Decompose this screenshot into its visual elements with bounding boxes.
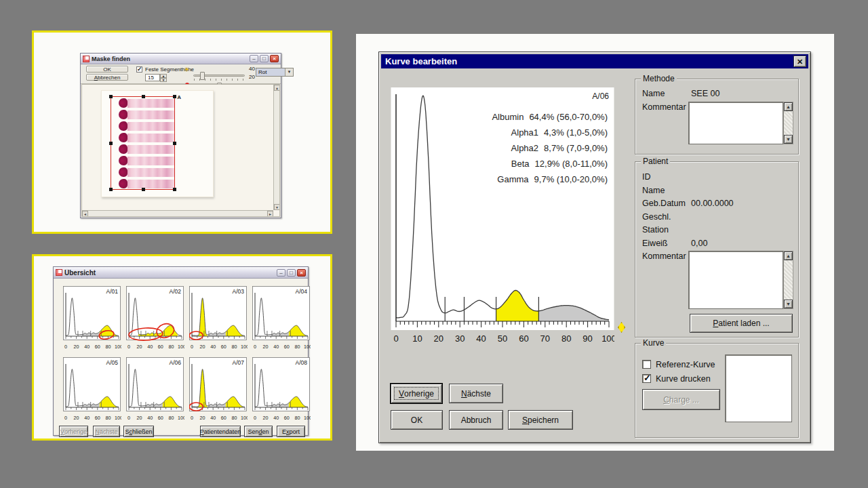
curve-thumbnail-a-02[interactable]: 020406080100A/02 <box>126 286 186 354</box>
scroll-up-icon[interactable]: ▲ <box>784 102 793 111</box>
svg-text:A/08: A/08 <box>296 359 308 366</box>
curve-thumbnail-a-08[interactable]: 020406080100A/08 <box>252 357 312 425</box>
spinner-arrows[interactable]: ▲▼ <box>160 74 167 81</box>
nchste-button[interactable]: Nächste <box>93 426 120 437</box>
svg-text:100: 100 <box>178 344 184 350</box>
selection-handle[interactable] <box>142 188 145 191</box>
minimize-icon[interactable]: – <box>277 269 285 277</box>
svg-text:0: 0 <box>254 344 256 350</box>
feste-segmenthoehe-checkbox[interactable] <box>136 66 142 73</box>
svg-text:80: 80 <box>168 344 174 350</box>
textarea-scrollbar[interactable]: ▲ ▼ <box>783 251 793 309</box>
scroll-down-icon[interactable]: ▼ <box>274 204 280 210</box>
minimize-icon[interactable]: – <box>250 55 258 62</box>
scroll-up-icon[interactable]: ▲ <box>784 251 793 260</box>
kurve-drucken-checkbox[interactable] <box>642 374 651 383</box>
fraction-name: Alpha2 <box>511 143 538 153</box>
fraction-row: Beta12,9% (8,0-11,0%) <box>492 156 608 171</box>
scan-view: A ▲ ▼ ◄ ► <box>81 84 280 217</box>
speichern-button[interactable]: Speichern <box>508 410 573 430</box>
selection-handle[interactable] <box>173 188 176 191</box>
textarea-scrollbar[interactable]: ▲ ▼ <box>783 102 793 144</box>
selection-handle[interactable] <box>109 95 113 98</box>
selection-handle[interactable] <box>109 142 113 145</box>
selection-rectangle[interactable]: A <box>111 96 175 190</box>
vorherige-button[interactable]: Vorherige <box>391 384 442 403</box>
referenz-kurve-checkbox[interactable] <box>642 360 651 369</box>
close-icon[interactable]: ✕ <box>793 56 806 67</box>
curve-thumbnail-a-04[interactable]: 020406080100A/04 <box>252 286 312 354</box>
svg-text:40: 40 <box>147 344 153 350</box>
channel-dropdown[interactable]: Rot ▼ <box>256 68 294 77</box>
maximize-icon[interactable]: □ <box>287 269 296 277</box>
charge-button[interactable]: Charge ... <box>642 389 720 410</box>
maske-finden-window: Maske finden – □ × OK Abbrechen Feste Se… <box>80 53 281 218</box>
svg-text:40: 40 <box>147 415 153 421</box>
svg-text:20: 20 <box>74 344 79 350</box>
brightness-value: 40 <box>249 66 255 72</box>
svg-text:90: 90 <box>583 333 592 344</box>
selection-handle[interactable] <box>142 95 145 98</box>
scroll-down-icon[interactable]: ▼ <box>784 135 793 144</box>
curve-thumbnail-a-03[interactable]: 020406080100A/03 <box>189 286 249 354</box>
fraction-value: 8,7% (7,0-9,0%) <box>544 143 608 153</box>
svg-text:20: 20 <box>137 344 142 350</box>
ok-button[interactable]: OK <box>391 410 443 430</box>
abbruch-button[interactable]: Abbruch <box>449 410 503 430</box>
svg-text:A/03: A/03 <box>233 288 245 295</box>
svg-text:A/06: A/06 <box>170 359 182 366</box>
close-icon[interactable]: × <box>270 55 279 62</box>
scroll-right-icon[interactable]: ► <box>267 211 273 217</box>
senden-button[interactable]: Senden <box>244 426 273 437</box>
cancel-button[interactable]: Abbrechen <box>86 74 128 81</box>
export-button[interactable]: Export <box>277 426 305 437</box>
fraction-value: 64,4% (56,0-70,0%) <box>529 112 608 122</box>
maximize-icon[interactable]: □ <box>260 55 269 62</box>
uebersicht-titlebar[interactable]: Übersicht – □ × <box>54 267 308 279</box>
curve-thumbnail-a-05[interactable]: 020406080100A/05 <box>63 357 123 425</box>
panel-kurve-bearbeiten: Kurve bearbeiten ✕ 010203040506070809010… <box>356 34 834 451</box>
dialog-titlebar[interactable]: Kurve bearbeiten ✕ <box>381 54 808 68</box>
ok-button[interactable]: OK <box>86 66 128 73</box>
patientendaten-button[interactable]: Patientendaten <box>200 426 241 437</box>
close-icon[interactable]: × <box>297 269 306 277</box>
svg-text:100: 100 <box>601 333 614 344</box>
patient-laden-button[interactable]: Patient laden ... <box>690 314 793 333</box>
curve-thumbnail-a-07[interactable]: 020406080100A/07 <box>189 357 249 425</box>
sample-id: A/06 <box>592 92 609 101</box>
segment-height-spinner[interactable]: 15 ▲▼ <box>145 74 167 81</box>
methode-group: Methode Name SEE 00 Kommentar ▲ ▼ <box>635 79 799 155</box>
spin-down-icon[interactable]: ▼ <box>160 78 167 82</box>
svg-text:60: 60 <box>284 344 290 350</box>
svg-text:40: 40 <box>84 415 90 421</box>
scroll-down-icon[interactable]: ▼ <box>784 300 793 308</box>
methode-kommentar-textarea[interactable] <box>688 102 783 144</box>
scroll-up-icon[interactable]: ▲ <box>274 85 280 91</box>
svg-text:100: 100 <box>115 344 121 350</box>
position-marker-diamond[interactable] <box>618 322 625 333</box>
patient-kommentar-textarea[interactable] <box>688 251 783 309</box>
methode-legend: Methode <box>641 74 677 83</box>
schlieen-button[interactable]: Schließen <box>123 426 154 437</box>
vorherige-button[interactable]: Vorherige <box>59 426 88 437</box>
naechste-button[interactable]: Nächste <box>449 384 503 403</box>
scroll-left-icon[interactable]: ◄ <box>82 211 88 217</box>
svg-text:40: 40 <box>210 415 216 421</box>
vertical-scrollbar[interactable]: ▲ ▼ <box>273 85 279 210</box>
dialog-title: Kurve bearbeiten <box>385 56 793 66</box>
curve-thumbnail-a-06[interactable]: 020406080100A/06 <box>126 357 186 425</box>
fraction-value: 9,7% (10,0-20,0%) <box>534 174 608 184</box>
svg-text:100: 100 <box>304 344 311 350</box>
maske-titlebar[interactable]: Maske finden – □ × <box>81 54 281 64</box>
referenz-kurve-label: Referenz-Kurve <box>656 360 715 369</box>
patient-field-value: 00.00.0000 <box>691 199 734 208</box>
selection-handle[interactable] <box>109 188 113 191</box>
patient-field-label: Name <box>642 186 665 195</box>
spinner-value[interactable]: 15 <box>145 74 160 81</box>
horizontal-scrollbar[interactable]: ◄ ► <box>82 210 273 216</box>
brightness-slider[interactable] <box>193 75 245 77</box>
selection-handle[interactable] <box>173 95 176 98</box>
chevron-down-icon[interactable]: ▼ <box>285 68 293 76</box>
selection-handle[interactable] <box>173 142 176 145</box>
curve-thumbnail-a-01[interactable]: 020406080100A/01 <box>63 286 123 354</box>
